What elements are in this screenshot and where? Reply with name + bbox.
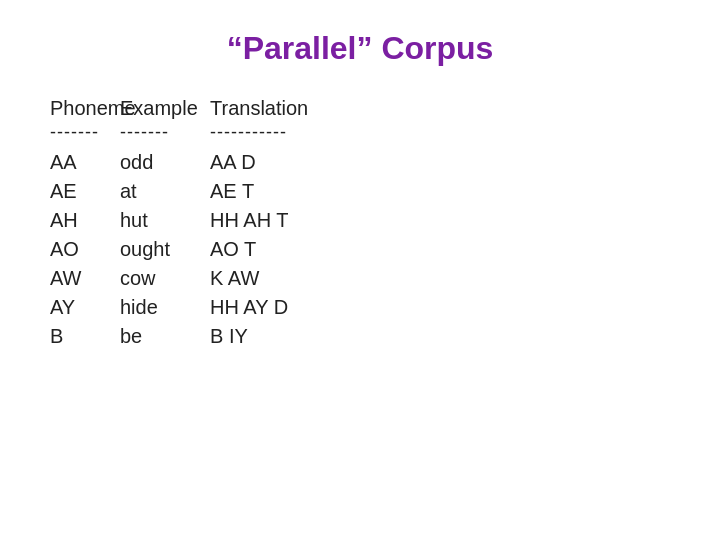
cell-example: hut [120,209,210,232]
cell-phoneme: AY [50,296,120,319]
phoneme-table: Phoneme Example Translation ------- ----… [50,97,670,354]
table-body: AAoddAA DAEatAE TAHhutHH AH TAOoughtAO T… [50,151,670,354]
table-divider-row: ------- ------- ----------- [50,122,670,143]
cell-phoneme: AA [50,151,120,174]
cell-translation: AA D [210,151,670,174]
divider-example: ------- [120,122,210,143]
cell-phoneme: AH [50,209,120,232]
cell-example: be [120,325,210,348]
divider-translation: ----------- [210,122,670,143]
table-row: BbeB IY [50,325,670,348]
cell-example: hide [120,296,210,319]
cell-translation: AO T [210,238,670,261]
cell-phoneme: AW [50,267,120,290]
cell-example: at [120,180,210,203]
table-row: AHhutHH AH T [50,209,670,232]
cell-translation: HH AY D [210,296,670,319]
cell-translation: B IY [210,325,670,348]
table-header-row: Phoneme Example Translation [50,97,670,120]
table-row: AEatAE T [50,180,670,203]
cell-example: ought [120,238,210,261]
table-row: AAoddAA D [50,151,670,174]
cell-translation: AE T [210,180,670,203]
cell-translation: K AW [210,267,670,290]
table-row: AWcowK AW [50,267,670,290]
divider-phoneme: ------- [50,122,120,143]
header-translation: Translation [210,97,670,120]
page-container: “Parallel” Corpus Phoneme Example Transl… [0,0,720,540]
cell-translation: HH AH T [210,209,670,232]
table-row: AYhideHH AY D [50,296,670,319]
header-example: Example [120,97,210,120]
page-title: “Parallel” Corpus [50,30,670,67]
cell-example: cow [120,267,210,290]
cell-example: odd [120,151,210,174]
table-row: AOoughtAO T [50,238,670,261]
cell-phoneme: AE [50,180,120,203]
cell-phoneme: AO [50,238,120,261]
cell-phoneme: B [50,325,120,348]
header-phoneme: Phoneme [50,97,120,120]
